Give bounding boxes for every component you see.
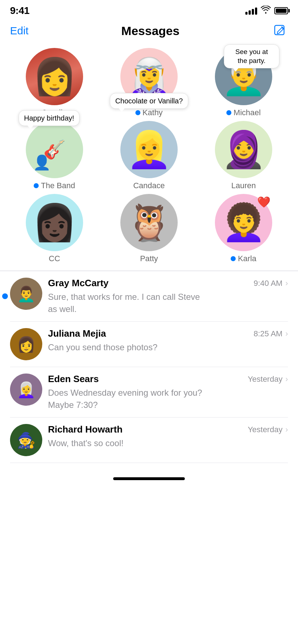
sender-name: Gray McCarty <box>48 278 109 289</box>
contact-name-candace: Candace <box>133 181 165 190</box>
speech-bubble-michael: See you atthe party. <box>224 44 279 68</box>
signal-icon <box>245 7 257 15</box>
unread-dot <box>34 183 39 188</box>
contact-lauren[interactable]: 🧕 Lauren <box>196 121 291 190</box>
contact-name-michael: Michael <box>226 108 261 117</box>
message-time: Yesterday › <box>248 375 288 384</box>
sender-name: Eden Sears <box>48 374 99 385</box>
contact-name-the-band: The Band <box>34 181 75 190</box>
message-preview: Can you send those photos? <box>48 341 288 353</box>
message-content-gray: Gray McCarty 9:40 AM › Sure, that works … <box>48 278 288 315</box>
contact-cc[interactable]: 👩🏿 CC <box>7 194 102 263</box>
sender-name: Juliana Mejia <box>48 328 106 339</box>
contact-name-karla: Karla <box>231 254 256 263</box>
message-item-gray[interactable]: 👨‍🦱 Gray McCarty 9:40 AM › Sure, that wo… <box>10 271 288 322</box>
contact-name-patty: Patty <box>140 254 158 263</box>
unread-dot <box>226 110 231 115</box>
unread-dot <box>231 256 236 261</box>
battery-icon <box>274 7 288 14</box>
contact-kathy[interactable]: 🧝‍♀️ Chocolate or Vanilla? Kathy <box>102 48 196 117</box>
message-content-eden: Eden Sears Yesterday › Does Wednesday ev… <box>48 374 288 411</box>
chevron-icon: › <box>285 375 288 384</box>
contact-patty[interactable]: 🦉 Patty <box>102 194 196 263</box>
sender-name: Richard Howarth <box>48 424 122 435</box>
avatar-juliana: 👩 <box>10 328 42 360</box>
contact-the-band[interactable]: 🎸 👤 Happy birthday! The Band <box>7 121 102 190</box>
message-time: 8:25 AM › <box>254 329 288 338</box>
speech-bubble-kathy: Chocolate or Vanilla? <box>110 93 188 109</box>
speech-bubble-band: Happy birthday! <box>19 110 80 126</box>
chevron-icon: › <box>285 425 288 434</box>
message-item-juliana[interactable]: 👩 Juliana Mejia 8:25 AM › Can you send t… <box>10 322 288 367</box>
contact-candace[interactable]: 👱‍♀️ Candace <box>102 121 196 190</box>
message-preview: Sure, that works for me. I can call Stev… <box>48 291 288 315</box>
message-item-richard[interactable]: 🧙 Richard Howarth Yesterday › Wow, that'… <box>10 418 288 463</box>
unread-indicator <box>2 293 8 299</box>
avatar-eden: 👩‍🦳 <box>10 374 42 406</box>
home-bar <box>113 477 185 480</box>
contact-name-cc: CC <box>49 254 60 263</box>
contact-name-lauren: Lauren <box>231 181 256 190</box>
home-indicator <box>0 470 298 486</box>
message-content-richard: Richard Howarth Yesterday › Wow, that's … <box>48 424 288 449</box>
status-icons <box>245 6 288 16</box>
message-preview: Wow, that's so cool! <box>48 437 288 449</box>
message-content-juliana: Juliana Mejia 8:25 AM › Can you send tho… <box>48 328 288 353</box>
wifi-icon <box>261 6 271 16</box>
message-item-eden[interactable]: 👩‍🦳 Eden Sears Yesterday › Does Wednesda… <box>10 367 288 418</box>
chevron-icon: › <box>285 329 288 338</box>
contact-michael[interactable]: 👨‍🦳 See you atthe party. Michael <box>196 48 291 117</box>
compose-button[interactable] <box>272 23 288 39</box>
status-bar: 9:41 <box>0 0 298 19</box>
contact-name-kathy: Kathy <box>135 108 163 117</box>
avatar-richard: 🧙 <box>10 424 42 456</box>
message-time: Yesterday › <box>248 425 288 434</box>
header: Edit Messages <box>0 19 298 44</box>
avatar-gray: 👨‍🦱 <box>10 278 42 310</box>
edit-button[interactable]: Edit <box>10 25 29 37</box>
message-list: 👨‍🦱 Gray McCarty 9:40 AM › Sure, that wo… <box>0 271 298 463</box>
unread-dot <box>135 110 140 115</box>
message-time: 9:40 AM › <box>254 279 288 288</box>
message-preview: Does Wednesday evening work for you?Mayb… <box>48 387 288 411</box>
pinned-contacts-grid: 👩 Janelle 🧝‍♀️ Chocolate or Vanilla? Kat… <box>0 44 298 270</box>
contact-janelle[interactable]: 👩 Janelle <box>7 48 102 117</box>
status-time: 9:41 <box>10 5 29 16</box>
chevron-icon: › <box>285 279 288 288</box>
contact-karla[interactable]: 👩‍🦱 ❤️ Karla <box>196 194 291 263</box>
page-title: Messages <box>121 24 180 38</box>
